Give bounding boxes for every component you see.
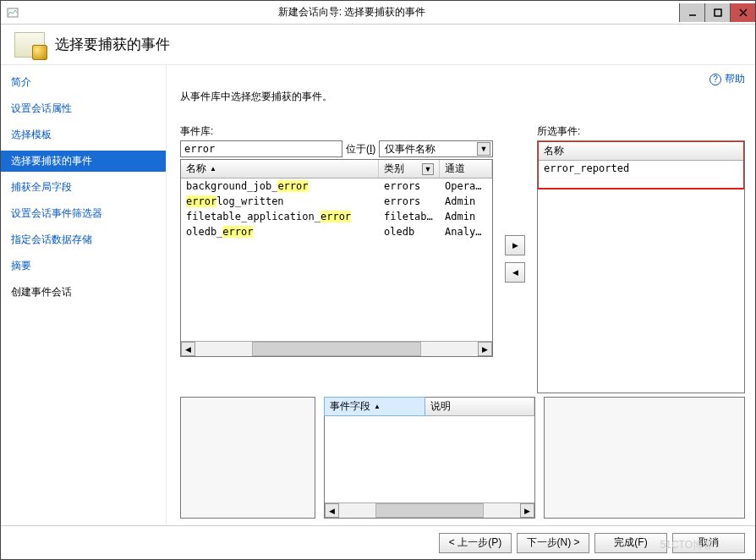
scroll-right-icon[interactable]: ▶: [520, 503, 534, 518]
help-icon: ?: [709, 74, 721, 85]
svg-rect-2: [715, 9, 721, 16]
main-panel: ? 帮助 从事件库中选择您要捕获的事件。 事件库: 位于(I) 仅事件名称 ▼: [167, 65, 755, 525]
located-in-value: 仅事件名称: [385, 142, 436, 156]
wizard-window: 新建会话向导: 选择要捕获的事件 选择要捕获的事件 简介设置会话属性选择模板选择…: [0, 0, 756, 560]
table-row[interactable]: background_job_errorerrorsOperatio: [181, 178, 492, 194]
scroll-left-icon[interactable]: ◀: [181, 342, 195, 356]
scroll-track[interactable]: [195, 342, 478, 356]
close-button[interactable]: [730, 3, 755, 22]
header-icon: [14, 30, 45, 60]
transfer-buttons: ▶ ◀: [501, 124, 529, 393]
col-name[interactable]: 名称▲: [181, 160, 379, 178]
selected-col-name[interactable]: 名称: [539, 142, 743, 161]
sidebar-item-0[interactable]: 简介: [1, 72, 166, 93]
scroll-thumb[interactable]: [252, 342, 421, 356]
intro-text: 从事件库中选择您要捕获的事件。: [180, 90, 745, 104]
body: 简介设置会话属性选择模板选择要捕获的事件捕获全局字段设置会话事件筛选器指定会话数…: [1, 65, 755, 525]
cancel-button[interactable]: 取消: [672, 533, 745, 553]
sidebar-item-8[interactable]: 创建事件会话: [1, 282, 166, 303]
minimize-button[interactable]: [679, 3, 704, 22]
maximize-button[interactable]: [704, 3, 730, 22]
app-icon: [1, 1, 25, 25]
window-controls: [679, 3, 755, 22]
back-button[interactable]: < 上一步(P): [439, 533, 512, 553]
add-event-button[interactable]: ▶: [505, 235, 525, 255]
table-row[interactable]: filetable_application_errorfiletableAdmi…: [181, 209, 492, 224]
sidebar-item-4[interactable]: 捕获全局字段: [1, 177, 166, 198]
bottom-panels: 事件字段▲ 说明 ◀ ▶: [180, 397, 745, 519]
scroll-left-icon[interactable]: ◀: [325, 503, 339, 518]
sort-asc-icon: ▲: [374, 403, 381, 410]
button-bar: < 上一步(P) 下一步(N) > 完成(F) 取消: [1, 525, 755, 559]
event-library-label: 事件库:: [180, 124, 493, 139]
event-library-section: 事件库: 位于(I) 仅事件名称 ▼ 名称▲ 类别▼ 通道: [180, 124, 493, 393]
scroll-thumb[interactable]: [375, 503, 484, 518]
extra-panel: [544, 397, 745, 519]
window-title: 新建会话向导: 选择要捕获的事件: [25, 5, 679, 19]
horizontal-scrollbar[interactable]: ◀ ▶: [181, 341, 492, 356]
grid-header: 名称▲ 类别▼ 通道: [181, 160, 492, 178]
highlighted-selection: 名称 error_reported: [537, 140, 745, 189]
table-row[interactable]: oledb_erroroledbAnalytic: [181, 224, 492, 239]
located-label: 位于(I): [346, 142, 375, 156]
header: 选择要捕获的事件: [1, 25, 755, 65]
sidebar-item-3[interactable]: 选择要捕获的事件: [1, 151, 166, 172]
svg-rect-0: [8, 8, 18, 17]
sidebar: 简介设置会话属性选择模板选择要捕获的事件捕获全局字段设置会话事件筛选器指定会话数…: [1, 65, 167, 525]
scroll-right-icon[interactable]: ▶: [478, 342, 492, 356]
sidebar-item-7[interactable]: 摘要: [1, 255, 166, 277]
col-event-field[interactable]: 事件字段▲: [324, 397, 425, 416]
selected-events-label: 所选事件:: [537, 124, 745, 139]
horizontal-scrollbar[interactable]: ◀ ▶: [325, 502, 534, 518]
grid-body: background_job_errorerrorsOperatioerrorl…: [181, 178, 492, 341]
sort-asc-icon: ▲: [210, 165, 216, 173]
page-title: 选择要捕获的事件: [55, 35, 170, 54]
sidebar-item-1[interactable]: 设置会话属性: [1, 98, 166, 119]
sidebar-item-5[interactable]: 设置会话事件筛选器: [1, 203, 166, 224]
located-in-select[interactable]: 仅事件名称 ▼: [379, 140, 493, 157]
remove-event-button[interactable]: ◀: [505, 262, 525, 283]
selected-events-grid[interactable]: 名称 error_reported: [537, 140, 745, 393]
description-panel: [180, 397, 315, 519]
chevron-down-icon: ▼: [477, 142, 490, 156]
next-button[interactable]: 下一步(N) >: [517, 533, 589, 553]
list-item[interactable]: error_reported: [539, 161, 743, 176]
chevron-down-icon: ▼: [422, 163, 434, 175]
col-category[interactable]: 类别▼: [379, 160, 440, 178]
col-description[interactable]: 说明: [425, 398, 534, 415]
sidebar-item-2[interactable]: 选择模板: [1, 124, 166, 145]
selected-events-section: 所选事件: 名称 error_reported: [537, 124, 745, 393]
sidebar-item-6[interactable]: 指定会话数据存储: [1, 229, 166, 250]
fields-body: [325, 416, 534, 502]
table-row[interactable]: errorlog_writtenerrorsAdmin: [181, 194, 492, 209]
help-link[interactable]: ? 帮助: [709, 72, 745, 86]
search-input[interactable]: [180, 140, 342, 157]
scroll-track[interactable]: [339, 503, 520, 518]
col-channel[interactable]: 通道: [440, 160, 492, 178]
help-label: 帮助: [725, 72, 745, 86]
finish-button[interactable]: 完成(F): [594, 533, 667, 553]
titlebar: 新建会话向导: 选择要捕获的事件: [1, 1, 755, 25]
event-fields-panel: 事件字段▲ 说明 ◀ ▶: [324, 397, 535, 519]
event-library-grid[interactable]: 名称▲ 类别▼ 通道 background_job_errorerrorsOpe…: [180, 159, 493, 357]
